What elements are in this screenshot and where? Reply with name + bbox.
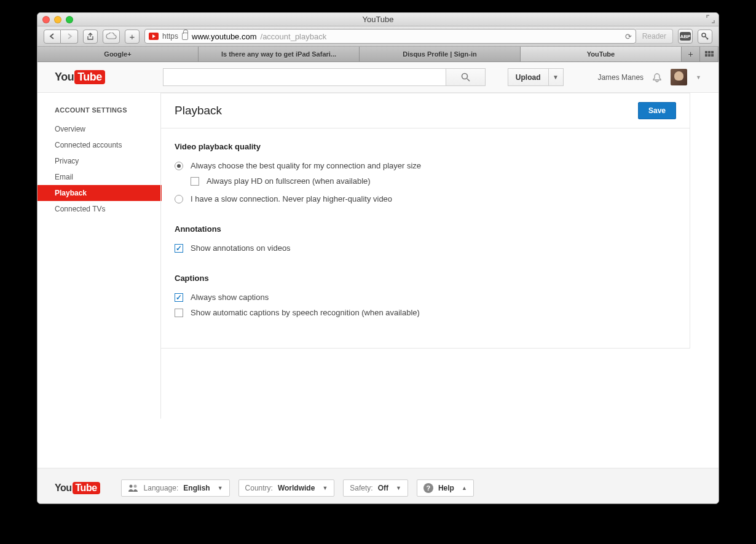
annotations-option-show[interactable]: Show annotations on videos <box>175 243 676 253</box>
masthead: YouTube Upload ▼ James Manes ▼ <box>37 62 719 93</box>
zoom-window-button[interactable] <box>66 16 73 23</box>
notifications-icon[interactable] <box>652 73 662 82</box>
sidebar-item-connected-accounts[interactable]: Connected accounts <box>55 137 160 153</box>
reload-button[interactable]: ⟳ <box>625 32 632 41</box>
save-button[interactable]: Save <box>638 102 676 119</box>
footer: YouTube Language: English ▼ Country: Wor… <box>37 468 719 503</box>
youtube-logo[interactable]: YouTube <box>55 70 105 84</box>
svg-rect-4 <box>705 54 707 57</box>
checkbox-show-annotations[interactable] <box>175 244 183 253</box>
svg-rect-1 <box>705 51 707 53</box>
adblock-button[interactable]: ABP <box>678 29 693 44</box>
avatar-dropdown-icon[interactable]: ▼ <box>696 74 701 81</box>
chevron-down-icon: ▼ <box>322 485 328 491</box>
svg-point-9 <box>133 485 136 488</box>
browser-toolbar: + https www.youtube.com/account_playback… <box>37 26 719 47</box>
checkbox-always-captions[interactable] <box>175 293 183 302</box>
reader-button[interactable]: Reader <box>636 29 673 44</box>
checkbox-auto-captions[interactable] <box>175 309 183 317</box>
search-icon <box>461 73 470 82</box>
checkbox-hd-fullscreen[interactable] <box>191 177 199 186</box>
footer-youtube-logo[interactable]: YouTube <box>55 482 100 494</box>
svg-rect-6 <box>711 54 714 57</box>
upload-button[interactable]: Upload <box>508 68 549 86</box>
radio-slow[interactable] <box>175 195 183 203</box>
logo-tube: Tube <box>74 70 105 84</box>
logo-you: You <box>55 71 74 84</box>
search-input[interactable] <box>163 68 446 86</box>
browser-window: YouTube + https www.youtube.com/account_… <box>37 12 719 504</box>
back-button[interactable] <box>44 30 61 44</box>
forward-button[interactable] <box>61 30 78 44</box>
lock-icon <box>182 33 188 40</box>
quality-option-auto[interactable]: Always choose the best quality for my co… <box>175 161 676 170</box>
country-selector[interactable]: Country: Worldwide ▼ <box>238 479 335 497</box>
sidebar: ACCOUNT SETTINGS Overview Connected acco… <box>37 93 160 419</box>
sidebar-item-privacy[interactable]: Privacy <box>55 153 160 169</box>
sidebar-item-playback[interactable]: Playback <box>37 185 162 201</box>
url-path: /account_playback <box>261 32 327 41</box>
tab-disqus[interactable]: Disqus Profile | Sign-in <box>360 47 521 61</box>
chevron-down-icon: ▼ <box>218 485 223 491</box>
tab-google-plus[interactable]: Google+ <box>37 47 199 61</box>
titlebar: YouTube <box>37 13 719 26</box>
address-bar[interactable]: https www.youtube.com/account_playback ⟳ <box>144 29 636 44</box>
traffic-lights <box>42 16 73 23</box>
share-button[interactable] <box>83 30 98 44</box>
help-button[interactable]: ? Help ▲ <box>417 479 474 497</box>
sidebar-item-connected-tvs[interactable]: Connected TVs <box>55 201 160 217</box>
radio-auto-label: Always choose the best quality for my co… <box>191 161 421 170</box>
close-window-button[interactable] <box>42 16 50 23</box>
svg-point-7 <box>462 74 467 79</box>
chevron-down-icon: ▼ <box>396 485 401 491</box>
radio-auto[interactable] <box>175 162 183 170</box>
section-quality: Video playback quality Always choose the… <box>175 142 676 203</box>
content: ACCOUNT SETTINGS Overview Connected acco… <box>37 93 719 419</box>
search-form <box>163 68 486 86</box>
sidebar-item-overview[interactable]: Overview <box>55 121 160 137</box>
svg-point-8 <box>129 485 132 488</box>
chevron-up-icon: ▲ <box>462 485 467 491</box>
checkbox-always-captions-label: Always show captions <box>191 293 269 302</box>
tab-overview-button[interactable] <box>700 47 719 61</box>
safety-selector[interactable]: Safety: Off ▼ <box>343 479 408 497</box>
people-icon <box>128 484 139 492</box>
icloud-button[interactable] <box>103 30 120 44</box>
checkbox-hd-label: Always play HD on fullscreen (when avail… <box>207 176 371 186</box>
new-tab-button[interactable]: + <box>125 30 140 44</box>
svg-rect-5 <box>708 54 711 57</box>
page-viewport: YouTube Upload ▼ James Manes ▼ A <box>37 62 719 503</box>
password-button[interactable] <box>698 30 712 44</box>
quality-suboption-hd[interactable]: Always play HD on fullscreen (when avail… <box>191 176 676 186</box>
user-area: James Manes ▼ <box>597 69 701 85</box>
expand-icon[interactable] <box>706 15 715 23</box>
captions-option-always[interactable]: Always show captions <box>175 293 676 302</box>
tab-youtube[interactable]: YouTube <box>521 47 682 61</box>
tab-ipad-safari[interactable]: Is there any way to get iPad Safari... <box>199 47 360 61</box>
upload-dropdown[interactable]: ▼ <box>549 68 564 86</box>
avatar[interactable] <box>671 69 687 85</box>
radio-slow-label: I have a slow connection. Never play hig… <box>191 194 392 203</box>
username-label[interactable]: James Manes <box>597 73 644 82</box>
svg-rect-2 <box>708 51 711 53</box>
window-title: YouTube <box>37 15 719 24</box>
checkbox-auto-captions-label: Show automatic captions by speech recogn… <box>191 308 420 317</box>
sidebar-heading: ACCOUNT SETTINGS <box>55 106 160 114</box>
quality-option-slow[interactable]: I have a slow connection. Never play hig… <box>175 194 676 203</box>
url-host: www.youtube.com <box>192 32 257 41</box>
page-title: Playback <box>175 104 222 117</box>
captions-option-auto[interactable]: Show automatic captions by speech recogn… <box>175 308 676 317</box>
section-captions: Captions Always show captions Show autom… <box>175 274 676 317</box>
search-button[interactable] <box>446 68 486 86</box>
section-annotations: Annotations Show annotations on videos <box>175 224 676 253</box>
upload-group: Upload ▼ <box>508 68 564 86</box>
panel-header: Playback Save <box>161 93 690 128</box>
minimize-window-button[interactable] <box>54 16 61 23</box>
main-panel: Playback Save Video playback quality Alw… <box>160 93 719 419</box>
language-selector[interactable]: Language: English ▼ <box>121 479 230 497</box>
quality-heading: Video playback quality <box>175 142 676 151</box>
site-favicon-icon <box>149 33 159 40</box>
captions-heading: Captions <box>175 274 676 283</box>
new-tab-plus-button[interactable]: + <box>682 47 700 61</box>
sidebar-item-email[interactable]: Email <box>55 169 160 185</box>
